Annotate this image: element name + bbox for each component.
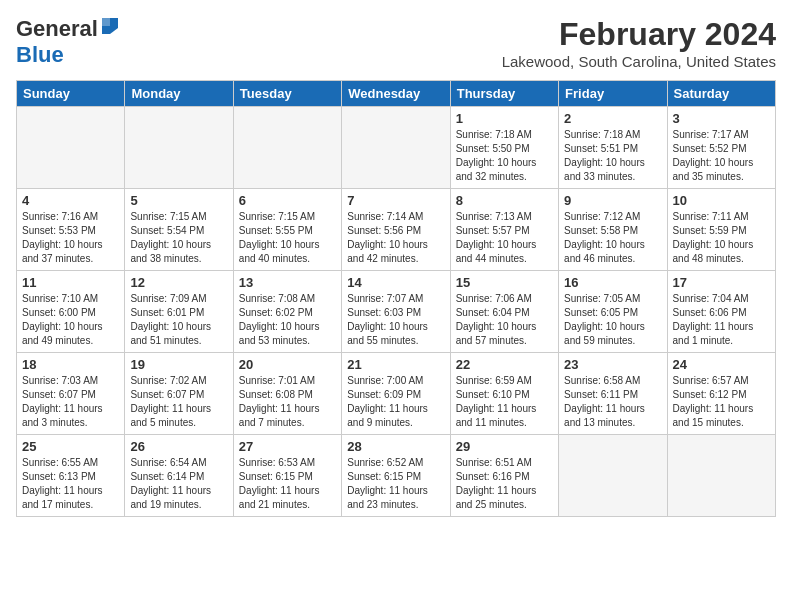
day-info: Sunrise: 7:04 AM Sunset: 6:06 PM Dayligh… xyxy=(673,292,770,348)
day-info: Sunrise: 6:55 AM Sunset: 6:13 PM Dayligh… xyxy=(22,456,119,512)
day-number: 1 xyxy=(456,111,553,126)
col-monday: Monday xyxy=(125,81,233,107)
logo: General Blue xyxy=(16,16,118,68)
day-number: 7 xyxy=(347,193,444,208)
col-thursday: Thursday xyxy=(450,81,558,107)
day-info: Sunrise: 6:52 AM Sunset: 6:15 PM Dayligh… xyxy=(347,456,444,512)
col-saturday: Saturday xyxy=(667,81,775,107)
day-info: Sunrise: 7:07 AM Sunset: 6:03 PM Dayligh… xyxy=(347,292,444,348)
calendar-subtitle: Lakewood, South Carolina, United States xyxy=(502,53,776,70)
day-info: Sunrise: 6:57 AM Sunset: 6:12 PM Dayligh… xyxy=(673,374,770,430)
table-cell: 25Sunrise: 6:55 AM Sunset: 6:13 PM Dayli… xyxy=(17,435,125,517)
day-info: Sunrise: 7:08 AM Sunset: 6:02 PM Dayligh… xyxy=(239,292,336,348)
week-row-1: 1Sunrise: 7:18 AM Sunset: 5:50 PM Daylig… xyxy=(17,107,776,189)
day-info: Sunrise: 6:59 AM Sunset: 6:10 PM Dayligh… xyxy=(456,374,553,430)
table-cell: 3Sunrise: 7:17 AM Sunset: 5:52 PM Daylig… xyxy=(667,107,775,189)
day-number: 23 xyxy=(564,357,661,372)
day-number: 13 xyxy=(239,275,336,290)
day-number: 20 xyxy=(239,357,336,372)
table-cell: 29Sunrise: 6:51 AM Sunset: 6:16 PM Dayli… xyxy=(450,435,558,517)
logo-general-text: General xyxy=(16,16,98,42)
day-number: 14 xyxy=(347,275,444,290)
day-number: 19 xyxy=(130,357,227,372)
day-number: 27 xyxy=(239,439,336,454)
day-number: 8 xyxy=(456,193,553,208)
calendar-header-row: Sunday Monday Tuesday Wednesday Thursday… xyxy=(17,81,776,107)
day-number: 17 xyxy=(673,275,770,290)
title-area: February 2024 Lakewood, South Carolina, … xyxy=(502,16,776,70)
table-cell xyxy=(559,435,667,517)
table-cell: 17Sunrise: 7:04 AM Sunset: 6:06 PM Dayli… xyxy=(667,271,775,353)
day-info: Sunrise: 7:12 AM Sunset: 5:58 PM Dayligh… xyxy=(564,210,661,266)
day-number: 28 xyxy=(347,439,444,454)
table-cell: 18Sunrise: 7:03 AM Sunset: 6:07 PM Dayli… xyxy=(17,353,125,435)
table-cell: 15Sunrise: 7:06 AM Sunset: 6:04 PM Dayli… xyxy=(450,271,558,353)
day-info: Sunrise: 7:13 AM Sunset: 5:57 PM Dayligh… xyxy=(456,210,553,266)
table-cell: 10Sunrise: 7:11 AM Sunset: 5:59 PM Dayli… xyxy=(667,189,775,271)
week-row-4: 18Sunrise: 7:03 AM Sunset: 6:07 PM Dayli… xyxy=(17,353,776,435)
table-cell: 4Sunrise: 7:16 AM Sunset: 5:53 PM Daylig… xyxy=(17,189,125,271)
day-info: Sunrise: 7:11 AM Sunset: 5:59 PM Dayligh… xyxy=(673,210,770,266)
day-info: Sunrise: 6:53 AM Sunset: 6:15 PM Dayligh… xyxy=(239,456,336,512)
week-row-2: 4Sunrise: 7:16 AM Sunset: 5:53 PM Daylig… xyxy=(17,189,776,271)
day-number: 29 xyxy=(456,439,553,454)
day-number: 24 xyxy=(673,357,770,372)
day-number: 16 xyxy=(564,275,661,290)
day-info: Sunrise: 7:06 AM Sunset: 6:04 PM Dayligh… xyxy=(456,292,553,348)
svg-marker-1 xyxy=(102,18,110,26)
table-cell: 16Sunrise: 7:05 AM Sunset: 6:05 PM Dayli… xyxy=(559,271,667,353)
table-cell: 6Sunrise: 7:15 AM Sunset: 5:55 PM Daylig… xyxy=(233,189,341,271)
table-cell: 21Sunrise: 7:00 AM Sunset: 6:09 PM Dayli… xyxy=(342,353,450,435)
table-cell: 22Sunrise: 6:59 AM Sunset: 6:10 PM Dayli… xyxy=(450,353,558,435)
table-cell: 12Sunrise: 7:09 AM Sunset: 6:01 PM Dayli… xyxy=(125,271,233,353)
table-cell: 26Sunrise: 6:54 AM Sunset: 6:14 PM Dayli… xyxy=(125,435,233,517)
table-cell: 1Sunrise: 7:18 AM Sunset: 5:50 PM Daylig… xyxy=(450,107,558,189)
table-cell: 11Sunrise: 7:10 AM Sunset: 6:00 PM Dayli… xyxy=(17,271,125,353)
col-wednesday: Wednesday xyxy=(342,81,450,107)
table-cell xyxy=(125,107,233,189)
calendar-title: February 2024 xyxy=(502,16,776,53)
col-tuesday: Tuesday xyxy=(233,81,341,107)
day-number: 18 xyxy=(22,357,119,372)
day-info: Sunrise: 6:51 AM Sunset: 6:16 PM Dayligh… xyxy=(456,456,553,512)
table-cell: 24Sunrise: 6:57 AM Sunset: 6:12 PM Dayli… xyxy=(667,353,775,435)
day-info: Sunrise: 7:02 AM Sunset: 6:07 PM Dayligh… xyxy=(130,374,227,430)
day-info: Sunrise: 7:16 AM Sunset: 5:53 PM Dayligh… xyxy=(22,210,119,266)
table-cell: 14Sunrise: 7:07 AM Sunset: 6:03 PM Dayli… xyxy=(342,271,450,353)
day-info: Sunrise: 7:14 AM Sunset: 5:56 PM Dayligh… xyxy=(347,210,444,266)
col-friday: Friday xyxy=(559,81,667,107)
day-info: Sunrise: 7:03 AM Sunset: 6:07 PM Dayligh… xyxy=(22,374,119,430)
day-info: Sunrise: 7:17 AM Sunset: 5:52 PM Dayligh… xyxy=(673,128,770,184)
table-cell xyxy=(667,435,775,517)
day-number: 21 xyxy=(347,357,444,372)
day-info: Sunrise: 7:15 AM Sunset: 5:55 PM Dayligh… xyxy=(239,210,336,266)
calendar-table: Sunday Monday Tuesday Wednesday Thursday… xyxy=(16,80,776,517)
table-cell: 5Sunrise: 7:15 AM Sunset: 5:54 PM Daylig… xyxy=(125,189,233,271)
table-cell xyxy=(233,107,341,189)
day-number: 25 xyxy=(22,439,119,454)
day-info: Sunrise: 7:18 AM Sunset: 5:51 PM Dayligh… xyxy=(564,128,661,184)
day-number: 10 xyxy=(673,193,770,208)
day-number: 6 xyxy=(239,193,336,208)
table-cell: 19Sunrise: 7:02 AM Sunset: 6:07 PM Dayli… xyxy=(125,353,233,435)
table-cell: 28Sunrise: 6:52 AM Sunset: 6:15 PM Dayli… xyxy=(342,435,450,517)
day-number: 5 xyxy=(130,193,227,208)
day-info: Sunrise: 7:18 AM Sunset: 5:50 PM Dayligh… xyxy=(456,128,553,184)
table-cell: 23Sunrise: 6:58 AM Sunset: 6:11 PM Dayli… xyxy=(559,353,667,435)
day-info: Sunrise: 7:00 AM Sunset: 6:09 PM Dayligh… xyxy=(347,374,444,430)
table-cell: 2Sunrise: 7:18 AM Sunset: 5:51 PM Daylig… xyxy=(559,107,667,189)
day-number: 3 xyxy=(673,111,770,126)
table-cell xyxy=(342,107,450,189)
day-number: 2 xyxy=(564,111,661,126)
day-number: 12 xyxy=(130,275,227,290)
logo-flag-icon xyxy=(100,18,118,38)
day-info: Sunrise: 7:01 AM Sunset: 6:08 PM Dayligh… xyxy=(239,374,336,430)
table-cell: 8Sunrise: 7:13 AM Sunset: 5:57 PM Daylig… xyxy=(450,189,558,271)
table-cell: 20Sunrise: 7:01 AM Sunset: 6:08 PM Dayli… xyxy=(233,353,341,435)
day-number: 4 xyxy=(22,193,119,208)
day-number: 9 xyxy=(564,193,661,208)
day-info: Sunrise: 7:10 AM Sunset: 6:00 PM Dayligh… xyxy=(22,292,119,348)
table-cell: 27Sunrise: 6:53 AM Sunset: 6:15 PM Dayli… xyxy=(233,435,341,517)
day-info: Sunrise: 7:05 AM Sunset: 6:05 PM Dayligh… xyxy=(564,292,661,348)
table-cell: 9Sunrise: 7:12 AM Sunset: 5:58 PM Daylig… xyxy=(559,189,667,271)
